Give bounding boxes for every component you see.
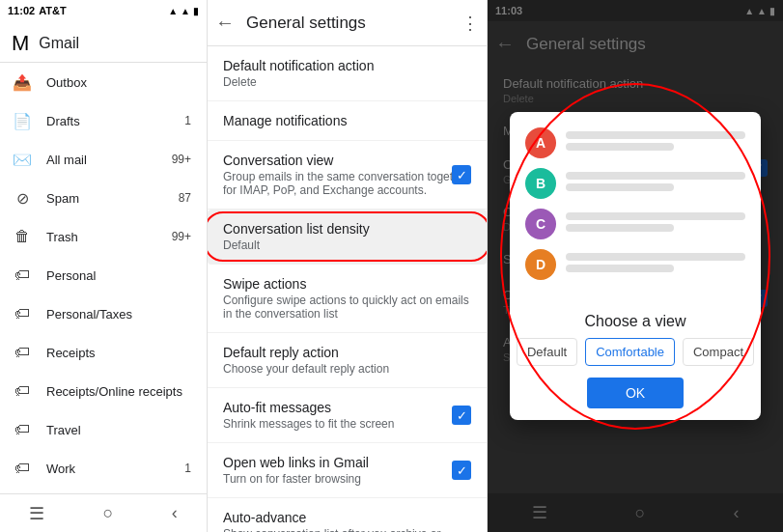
dialog-text-lines xyxy=(566,212,745,236)
settings-row-default-notification[interactable]: Default notification action Delete xyxy=(208,46,487,101)
setting-label: Manage notifications xyxy=(223,113,471,128)
nav-back-btn[interactable]: ‹ xyxy=(164,495,185,531)
settings-row-conversation-view[interactable]: Conversation view Group emails in the sa… xyxy=(208,141,487,210)
battery-icon: ▮ xyxy=(193,6,199,16)
bottom-nav-left: ☰ ○ ‹ xyxy=(0,493,207,532)
setting-sub: Default xyxy=(223,238,471,252)
sidebar-item-label: Trash xyxy=(46,230,172,244)
work-icon: 🏷 xyxy=(12,458,33,479)
text-line-short xyxy=(566,265,674,272)
receipts-online-icon: 🏷 xyxy=(12,380,33,402)
setting-label: Auto-advance xyxy=(223,510,471,525)
setting-label: Default notification action xyxy=(223,58,471,73)
text-line-short xyxy=(566,143,674,151)
view-option-compact[interactable]: Compact xyxy=(683,338,754,366)
sidebar-item-label: Spam xyxy=(46,191,179,206)
checkbox-checked[interactable]: ✓ xyxy=(452,406,471,425)
setting-sub: Choose your default reply action xyxy=(223,362,471,376)
dialog-text-lines xyxy=(566,131,745,154)
text-line xyxy=(566,172,745,180)
setting-label: Default reply action xyxy=(223,345,471,360)
nav-menu-btn[interactable]: ☰ xyxy=(21,495,52,532)
gmail-icon: M xyxy=(12,31,29,56)
settings-row-auto-advance[interactable]: Auto-advance Show conversation list afte… xyxy=(208,498,487,532)
setting-sub: Delete xyxy=(223,75,471,89)
sidebar-item-outbox[interactable]: 📤 Outbox xyxy=(0,63,207,101)
dialog-title: Choose a view xyxy=(510,305,761,338)
trash-icon: 🗑 xyxy=(12,226,33,247)
sidebar-panel: 11:02 AT&T ▲ ▲ ▮ M Gmail 📤 Outbox 📄 Draf… xyxy=(0,0,208,532)
dialog-content: A B C xyxy=(510,112,761,305)
setting-sub: Show conversation list after you archive… xyxy=(223,527,471,532)
text-line xyxy=(566,131,745,139)
dialog-avatar-row: A xyxy=(525,127,745,158)
text-line-short xyxy=(566,183,674,191)
setting-label: Auto-fit messages xyxy=(223,400,471,415)
right-panel: 11:03 ▲ ▲ ▮ ← General settings Default n… xyxy=(488,0,783,532)
sidebar-content: M Gmail 📤 Outbox 📄 Drafts 1 ✉️ All mail … xyxy=(0,21,207,493)
allmail-badge: 99+ xyxy=(172,153,191,166)
sidebar-item-label: All mail xyxy=(46,153,172,167)
dialog-avatar-row: D xyxy=(525,249,745,280)
nav-home-btn[interactable]: ○ xyxy=(96,495,122,531)
signal-icon: ▲ xyxy=(168,6,178,16)
sidebar-item-label: Travel xyxy=(46,423,191,437)
status-icons-left: ▲ ▲ ▮ xyxy=(168,6,199,16)
back-button[interactable]: ← xyxy=(215,12,235,34)
ok-button[interactable]: OK xyxy=(587,378,684,408)
avatar: D xyxy=(525,249,556,280)
receipts-icon: 🏷 xyxy=(12,342,33,363)
settings-row-swipe-actions[interactable]: Swipe actions Configure swipe actions to… xyxy=(208,265,487,333)
sidebar-item-label: Outbox xyxy=(46,75,191,90)
view-option-default[interactable]: Default xyxy=(517,338,577,366)
middle-panel: 11:03 ▲ ▲ ▮ G shot_20... 10:25 AM ☆ A in… xyxy=(208,0,488,532)
sidebar-item-drafts[interactable]: 📄 Drafts 1 xyxy=(0,101,207,140)
sidebar-item-receipts-online[interactable]: 🏷 Receipts/Online receipts xyxy=(0,372,207,410)
work-badge: 1 xyxy=(184,462,191,475)
settings-row-auto-fit[interactable]: Auto-fit messages Shrink messages to fit… xyxy=(208,388,487,443)
allmail-icon: ✉️ xyxy=(12,149,33,170)
sidebar-item-trash[interactable]: 🗑 Trash 99+ xyxy=(0,217,207,256)
gmail-label: Gmail xyxy=(39,35,79,52)
sidebar-item-spam[interactable]: ⊘ Spam 87 xyxy=(0,179,207,217)
sidebar-item-allmail[interactable]: ✉️ All mail 99+ xyxy=(0,140,207,179)
settings-row-default-reply[interactable]: Default reply action Choose your default… xyxy=(208,333,487,388)
view-option-comfortable[interactable]: Comfortable xyxy=(585,338,675,366)
sidebar-item-personal-taxes[interactable]: 🏷 Personal/Taxes xyxy=(0,294,207,333)
dialog-options: Default Comfortable Compact xyxy=(510,338,761,366)
spam-badge: 87 xyxy=(179,191,191,205)
status-bar-left: 11:02 AT&T ▲ ▲ ▮ xyxy=(0,0,207,21)
settings-row-conversation-list-density[interactable]: Conversation list density Default xyxy=(208,210,487,265)
text-line xyxy=(566,212,745,220)
checkbox-checked[interactable]: ✓ xyxy=(452,461,471,480)
sidebar-item-label: Work xyxy=(46,462,184,476)
sidebar-item-travel[interactable]: 🏷 Travel xyxy=(0,410,207,449)
drafts-badge: 1 xyxy=(184,114,191,127)
time-left: 11:02 xyxy=(8,5,35,16)
settings-row-web-links[interactable]: Open web links in Gmail Turn on for fast… xyxy=(208,443,487,498)
outbox-icon: 📤 xyxy=(12,71,33,93)
avatar: B xyxy=(525,168,556,199)
sidebar-item-work[interactable]: 🏷 Work 1 xyxy=(0,449,207,488)
personal-taxes-icon: 🏷 xyxy=(12,303,33,324)
drafts-icon: 📄 xyxy=(12,110,33,131)
dialog-text-lines xyxy=(566,253,745,276)
more-button[interactable]: ⋮ xyxy=(461,13,479,34)
sidebar-item-personal[interactable]: 🏷 Personal xyxy=(0,256,207,294)
avatar: C xyxy=(525,209,556,239)
dialog-box: A B C xyxy=(510,112,761,420)
dialog-avatar-row: B xyxy=(525,168,745,199)
sidebar-item-label: Drafts xyxy=(46,114,184,128)
checkbox-checked[interactable]: ✓ xyxy=(452,165,471,184)
personal-icon: 🏷 xyxy=(12,265,33,286)
settings-row-manage-notifications[interactable]: Manage notifications xyxy=(208,101,487,141)
sidebar-item-label: Receipts/Online receipts xyxy=(46,384,191,399)
text-line-short xyxy=(566,224,674,232)
travel-icon: 🏷 xyxy=(12,419,33,440)
setting-sub: Shrink messages to fit the screen xyxy=(223,417,471,431)
dialog-text-lines xyxy=(566,172,745,195)
settings-overlay: ← General settings ⋮ Default notificatio… xyxy=(208,0,487,532)
dialog-avatar-row: C xyxy=(525,209,745,239)
setting-label: Swipe actions xyxy=(223,276,471,292)
sidebar-item-receipts[interactable]: 🏷 Receipts xyxy=(0,333,207,372)
